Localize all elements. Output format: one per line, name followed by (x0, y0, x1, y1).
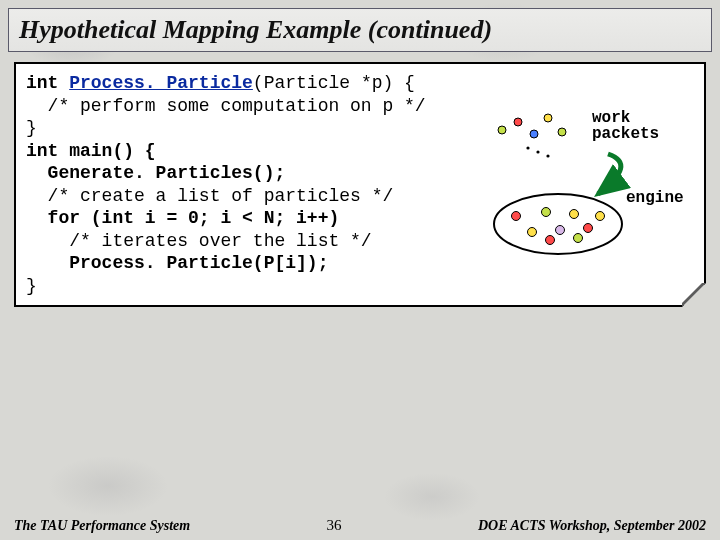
footer-left: The TAU Performance System (14, 518, 190, 534)
svg-point-2 (530, 130, 538, 138)
label-packets: packets (592, 126, 659, 143)
page-curl-top (682, 283, 702, 303)
code-t: /* perform some computation on p */ (26, 96, 426, 116)
title-band: Hypothetical Mapping Example (continued) (8, 8, 712, 52)
code-t: } (26, 276, 37, 296)
code-t: i = 0; i < N; i++) (145, 208, 339, 228)
footer: The TAU Performance System 36 DOE ACTS W… (0, 517, 720, 534)
svg-point-7 (546, 154, 549, 157)
code-t: /* create a list of particles */ (26, 186, 393, 206)
footer-right: DOE ACTS Workshop, September 2002 (478, 518, 706, 534)
svg-point-16 (546, 236, 555, 245)
kw-int: (int (91, 208, 145, 228)
code-t: (Particle *p) { (253, 73, 415, 93)
svg-point-6 (536, 150, 539, 153)
svg-point-8 (494, 194, 622, 254)
code-t: Process. Particle(P[i]); (26, 253, 328, 273)
page-number: 36 (327, 517, 342, 534)
code-t: } (26, 118, 37, 138)
svg-point-12 (556, 226, 565, 235)
label-engine: engine (626, 190, 684, 207)
svg-point-3 (544, 114, 552, 122)
code-box: int Process. Particle(Particle *p) { /* … (14, 62, 706, 307)
svg-point-14 (584, 224, 593, 233)
svg-point-4 (558, 128, 566, 136)
fn-processparticle: Process. Particle (69, 73, 253, 93)
particles-diagram: work packets engine (488, 104, 684, 274)
slide-title: Hypothetical Mapping Example (continued) (19, 15, 701, 45)
kw-for: for (26, 208, 91, 228)
svg-point-11 (542, 208, 551, 217)
svg-point-9 (512, 212, 521, 221)
svg-point-15 (596, 212, 605, 221)
svg-point-0 (498, 126, 506, 134)
svg-point-13 (570, 210, 579, 219)
fn-main: main() { (69, 141, 155, 161)
svg-point-5 (526, 146, 529, 149)
svg-point-17 (574, 234, 583, 243)
kw-int: int (26, 73, 69, 93)
code-t: /* iterates over the list */ (26, 231, 372, 251)
kw-int: int (26, 141, 69, 161)
code-t: Generate. Particles(); (26, 163, 285, 183)
svg-point-10 (528, 228, 537, 237)
svg-point-1 (514, 118, 522, 126)
